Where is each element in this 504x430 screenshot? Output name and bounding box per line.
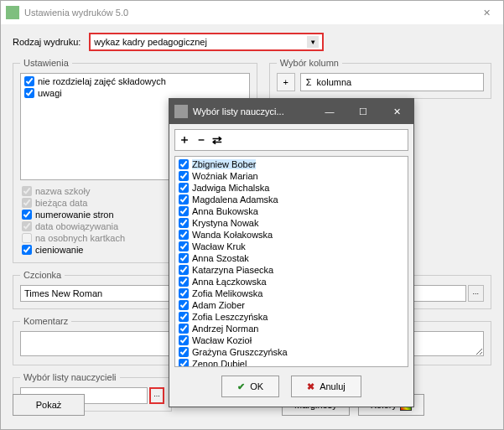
teacher-item[interactable]: Anna Łączkowska [177,276,406,288]
check-label: nie rozdzielaj zajęć składowych [38,76,166,86]
teacher-name: Adam Ziober [192,300,245,310]
teacher-checkbox[interactable] [179,359,189,367]
teacher-item[interactable]: Anna Bukowska [177,205,406,217]
teacher-checkbox[interactable] [179,194,189,205]
checkbox [22,221,32,231]
teacher-checkbox[interactable] [179,183,189,193]
dialog-close-button[interactable]: ✕ [380,100,413,123]
checkbox [22,233,32,243]
teacher-name: Wanda Kołakowska [192,230,273,240]
cancel-button[interactable]: ✖Anuluj [291,376,361,397]
teacher-item[interactable]: Woźniak Marian [177,170,406,182]
teacher-item[interactable]: Jadwiga Michalska [177,182,406,194]
column-label: kolumna [317,77,352,87]
dialog-toolbar: ＋ － ⇄ [174,129,408,151]
check-icon: ✔ [237,381,245,392]
teacher-item[interactable]: Adam Ziober [177,299,406,311]
column-selector[interactable]: Σ kolumna [300,73,484,91]
teacher-item[interactable]: Magdalena Adamska [177,194,406,205]
checkbox[interactable] [22,245,32,255]
teacher-name: Zenon Dubiel [192,359,247,367]
columns-group: Wybór kolumn + Σ kolumna [269,58,491,99]
check-label: bieżąca data [35,198,87,208]
teacher-item[interactable]: Grażyna Gruszczyńska [177,346,406,358]
font-legend: Czcionka [20,270,65,280]
teacher-checkbox[interactable] [179,288,189,298]
teacher-item[interactable]: Wacław Kozioł [177,334,406,346]
teacher-checkbox[interactable] [179,206,189,216]
invert-selection-button[interactable]: ⇄ [212,133,222,147]
font-browse-button[interactable]: ··· [468,285,484,302]
teacher-checklist[interactable]: Zbigniew BoberWoźniak MarianJadwiga Mich… [174,156,408,367]
dialog-titlebar: Wybór listy nauczyci... — ☐ ✕ [169,99,413,124]
settings-upper-item[interactable]: uwagi [23,87,247,99]
teacher-checkbox[interactable] [179,171,189,181]
teacher-name: Wacław Kozioł [192,335,252,345]
main-title: Ustawienia wydruków 5.0 [24,8,128,18]
teacher-item[interactable]: Zofia Melikowska [177,288,406,299]
teacher-name: Katarzyna Piasecka [192,265,273,275]
settings-legend: Ustawienia [20,58,72,68]
teacher-name: Zofia Leszczyńska [192,312,268,322]
teacher-checkbox[interactable] [179,241,189,251]
teacher-item[interactable]: Wanda Kołakowska [177,229,406,241]
teacher-name: Andrzej Norman [192,324,258,334]
check-label: data obowiązywania [35,221,118,231]
teacher-item[interactable]: Krystyna Nowak [177,217,406,229]
check-label: cieniowanie [35,245,83,255]
check-label: uwagi [38,88,62,98]
teacher-checkbox[interactable] [179,253,189,263]
teacher-checkbox[interactable] [179,324,189,334]
teacher-checkbox[interactable] [179,335,189,345]
checkbox[interactable] [24,76,34,86]
teacher-name: Zbigniew Bober [192,159,256,169]
teacher-name: Wacław Kruk [192,241,246,251]
teacher-item[interactable]: Zofia Leszczyńska [177,311,406,323]
checkbox [22,186,32,196]
teacher-name: Magdalena Adamska [192,194,278,205]
teacher-name: Anna Łączkowska [192,277,267,287]
printout-type-combo[interactable]: wykaz kadry pedagogicznej ▼ [89,33,324,51]
chevron-down-icon: ▼ [307,36,319,48]
select-all-button[interactable]: ＋ [179,132,190,148]
checkbox[interactable] [24,88,34,98]
teacher-name: Grażyna Gruszczyńska [192,347,288,357]
dialog-maximize-button[interactable]: ☐ [346,100,380,123]
teacher-item[interactable]: Andrzej Norman [177,323,406,334]
comment-legend: Komentarz [20,316,71,326]
app-icon [6,6,19,19]
teacher-item[interactable]: Anna Szostak [177,252,406,264]
teachers-select-legend: Wybór listy nauczycieli [20,372,120,382]
ok-button[interactable]: ✔OK [221,376,279,397]
teacher-checkbox[interactable] [179,159,189,169]
main-titlebar: Ustawienia wydruków 5.0 ✕ [1,1,503,24]
teacher-checkbox[interactable] [179,300,189,310]
dialog-title: Wybór listy nauczyci... [193,106,284,117]
close-button[interactable]: ✕ [470,1,503,24]
teacher-checkbox[interactable] [179,230,189,240]
teacher-name: Jadwiga Michalska [192,183,269,193]
teacher-item[interactable]: Katarzyna Piasecka [177,264,406,276]
teacher-checkbox[interactable] [179,277,189,287]
teacher-checkbox[interactable] [179,347,189,357]
settings-upper-item[interactable]: nie rozdzielaj zajęć składowych [23,75,247,87]
sigma-icon: Σ [306,77,312,87]
teacher-checkbox[interactable] [179,265,189,275]
columns-legend: Wybór kolumn [277,58,342,68]
dialog-icon [174,105,188,118]
teacher-checkbox[interactable] [179,312,189,322]
deselect-all-button[interactable]: － [195,132,207,148]
teacher-item[interactable]: Wacław Kruk [177,241,406,252]
teacher-item[interactable]: Zbigniew Bober [177,158,406,170]
show-button[interactable]: Pokaż [13,394,85,416]
teacher-name: Anna Szostak [192,253,249,263]
teacher-item[interactable]: Zenon Dubiel [177,358,406,367]
check-label: numerowanie stron [35,210,114,220]
add-column-button[interactable]: + [277,73,295,91]
checkbox[interactable] [22,210,32,220]
teacher-name: Woźniak Marian [192,171,258,181]
dialog-minimize-button[interactable]: — [313,100,346,123]
teacher-list-dialog: Wybór listy nauczyci... — ☐ ✕ ＋ － ⇄ Zbig… [169,98,414,407]
teacher-checkbox[interactable] [179,218,189,228]
teacher-name: Krystyna Nowak [192,218,258,228]
